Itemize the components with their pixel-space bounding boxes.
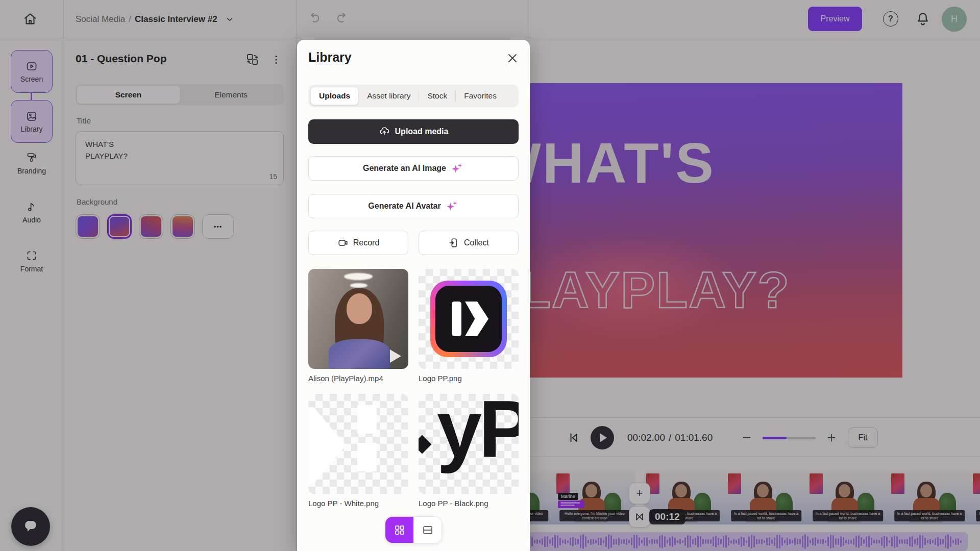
media-thumb-logo-pp[interactable] (419, 269, 519, 369)
tab-asset-library[interactable]: Asset library (359, 87, 419, 105)
playplay-logo (430, 281, 507, 357)
sparkles-icon (446, 199, 459, 213)
tab-favorites[interactable]: Favorites (456, 87, 505, 105)
cloud-upload-icon (379, 126, 390, 137)
sparkles-icon (451, 162, 464, 175)
media-thumb-alison-video[interactable] (308, 269, 408, 369)
generate-ai-avatar-button[interactable]: Generate AI Avatar (308, 194, 519, 218)
media-thumb-logo-black[interactable]: yP (419, 394, 519, 494)
media-name: Logo PP - Black.png (419, 499, 521, 508)
logo-letters: yP (437, 394, 519, 475)
close-icon[interactable] (506, 52, 519, 64)
upload-media-button[interactable]: Upload media (308, 119, 519, 144)
collect-button[interactable]: Collect (419, 231, 519, 255)
media-name: Logo PP - White.png (308, 499, 410, 508)
grid-view-button[interactable] (385, 517, 413, 543)
tab-stock[interactable]: Stock (419, 87, 455, 105)
grid-icon (394, 524, 406, 536)
library-tabs: Uploads Asset library Stock Favorites (308, 85, 519, 107)
tab-uploads[interactable]: Uploads (310, 87, 359, 105)
video-play-overlay-icon (390, 349, 401, 363)
collect-phone-icon (448, 237, 459, 248)
view-toggle (385, 516, 442, 543)
generate-ai-image-button[interactable]: Generate an AI Image (308, 156, 519, 181)
list-view-button[interactable] (413, 517, 442, 543)
media-thumb-logo-white[interactable] (308, 394, 408, 494)
modal-title: Library (308, 50, 352, 65)
list-icon (422, 524, 434, 536)
library-modal: Library Uploads Asset library Stock Favo… (297, 40, 530, 551)
media-name: Alison (PlayPlay).mp4 (308, 374, 410, 383)
media-name: Logo PP.png (419, 374, 521, 383)
camera-icon (337, 237, 349, 248)
record-button[interactable]: Record (308, 231, 408, 255)
